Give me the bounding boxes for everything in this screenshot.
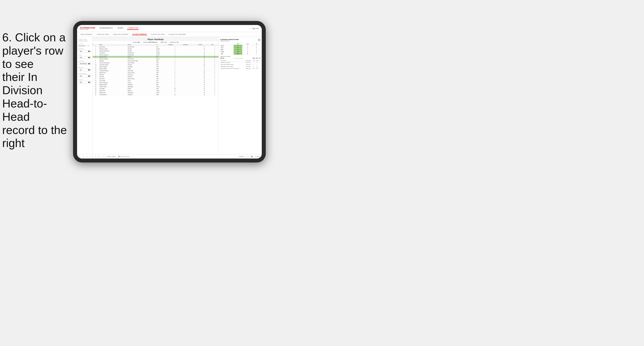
tourn-pos: Win — [253, 67, 256, 69]
table-row[interactable]: 16 Alex Goff Kentucky Fifth 8 19 0 — [92, 76, 218, 78]
opp-stats: Opponents in division: 98.1% W-L-T recor… — [220, 56, 260, 59]
sub-nav-player-h2h-grid[interactable]: PLAYER H2H GRID — [150, 34, 165, 35]
toolbar-extra-1[interactable]: ⬜ — [246, 156, 249, 158]
table-row[interactable]: 25 Cole Sherwood Vanderbilt Third 12 23 … — [92, 94, 218, 96]
cell-num: 20 — [92, 84, 99, 86]
table-row[interactable]: 11 Gordon Sargent Vanderbilt Third 4 21 … — [92, 66, 218, 68]
opp-pct-label: Opponents in division: — [220, 56, 231, 57]
h2h-tie: 1 — [253, 49, 260, 51]
sign-out-link[interactable]: Sign out — [252, 27, 259, 29]
player-select[interactable]: (All) — [78, 81, 91, 84]
cell-school: Arizona State — [127, 62, 156, 64]
division-select[interactable]: NCAA Division I — [78, 62, 91, 65]
separator-1 — [90, 155, 90, 158]
tourn-type: Stroke Play — [246, 65, 252, 67]
table-row[interactable]: 13 Phichaksn Maichon Texas A&M Third 6 3… — [92, 70, 218, 72]
table-row[interactable]: 2 Michael La Sasso Ole Miss Second 1 19 … — [92, 48, 218, 50]
region-select[interactable]: N/A — [78, 69, 91, 71]
table-row[interactable]: 6 Jackson Koivun Auburn First 1 21 2 — [92, 56, 218, 58]
forward-button[interactable]: ↪ — [86, 156, 88, 158]
nav-committee[interactable]: COMMITTEE — [127, 27, 139, 30]
year-select[interactable]: (All) — [78, 56, 91, 59]
cell-school: Vanderbilt — [127, 94, 156, 96]
cell-conf — [182, 48, 198, 50]
h2h-loss: 11 — [242, 53, 253, 55]
cell-player: Christo Lamprecht — [99, 54, 127, 56]
refresh-button[interactable]: ↺ — [102, 156, 104, 158]
share-button[interactable]: ⬡ Share — [254, 156, 260, 158]
table-row[interactable]: 21 Taehoon Song Washington Fourth 6 23 1 — [92, 86, 218, 88]
zoom-fit-button[interactable]: ⊕ — [98, 156, 100, 158]
cell-reg: 1 — [168, 84, 182, 86]
col-player: Player — [99, 44, 127, 46]
h2h-win: 20 — [234, 47, 242, 49]
table-row[interactable]: 15 Jake Hall Tennessee Fifth 1 21 1 — [92, 74, 218, 76]
cell-win: 1 — [211, 50, 218, 52]
zoom-in-button[interactable]: ⊕ — [91, 156, 93, 158]
toolbar-extra-2[interactable]: 🔲 — [250, 156, 253, 158]
table-row[interactable]: 20 Matthew Riedel Vanderbilt Fifth 1 21 … — [92, 84, 218, 86]
h2h-close-button[interactable]: ✕ — [258, 39, 260, 41]
tourn-col-pos: Pos — [253, 60, 256, 61]
sub-nav-team-h2h-grid[interactable]: TEAM H2H GRID — [96, 34, 110, 35]
tournament-row: Mirabel Maui Jim Intercollegiate Stroke … — [220, 65, 260, 67]
col-conf-rank: Conf Rank — [182, 44, 198, 46]
zoom-out-button[interactable]: ⊖ — [94, 156, 97, 158]
record-label: W-L-T record in-division: — [234, 58, 243, 59]
table-row[interactable]: 17 David Ford North Carolina Third 1 21 … — [92, 78, 218, 80]
gender-select[interactable]: Men Women — [78, 50, 91, 53]
cell-conf — [182, 50, 198, 52]
cell-yr: Fifth — [156, 64, 168, 66]
h2h-win: 8 — [234, 45, 242, 47]
cell-reg: 1 — [168, 80, 182, 82]
table-row[interactable]: 19 Tiger Christensen Arizona Third 8 23 … — [92, 82, 218, 84]
nav-teams[interactable]: TEAMS — [117, 27, 124, 30]
tourn-type: Stroke Play — [246, 61, 252, 63]
watch-button[interactable]: 👁 Watch ▼ — [238, 156, 246, 158]
sub-nav-player-summary[interactable]: PLAYER SUMMARY — [132, 33, 147, 35]
table-row[interactable]: 9 Preston Summerhays Arizona State Third… — [92, 62, 218, 64]
table-row[interactable]: 14 Maxwell Ford North Carolina Third 3 2… — [92, 72, 218, 74]
h2h-row: 51-100 46 6 3 — [220, 51, 260, 53]
cell-yr: Third — [156, 78, 168, 80]
conference-select[interactable]: (All) — [78, 75, 91, 77]
cell-rds: 23 — [198, 82, 211, 84]
table-row[interactable]: 7 Nicholas Gabrelcik North Florida Fourt… — [92, 58, 218, 60]
cell-num: 14 — [92, 72, 99, 74]
table-row[interactable]: 4 Luke Claton Florida State Second 1 27 … — [92, 52, 218, 54]
table-row[interactable]: 12 Brendan Valles Auburn Third 1 17 0 — [92, 68, 218, 70]
sub-nav-team-summary[interactable]: TEAM SUMMARY — [80, 34, 93, 35]
conference-label: Conference — [78, 73, 91, 74]
cell-num: 24 — [92, 92, 99, 94]
wlt-record: 674 - 33 - 12 — [253, 57, 260, 59]
table-row[interactable]: 18 Luke Powell UCLA First 1 24 1 — [92, 80, 218, 82]
table-row[interactable]: 10 Jacob Moc-Olesen Arkansas Fifth 1 25 … — [92, 64, 218, 66]
tournament-table: Tournament Event Type Pos Score Amer Ari… — [220, 60, 260, 69]
cell-num: 8 — [92, 60, 99, 62]
undo-button[interactable]: ↩ — [79, 156, 81, 158]
cell-conf — [182, 64, 198, 66]
cell-win: 2 — [211, 54, 218, 56]
cell-rds: 21 — [198, 74, 211, 76]
table-row[interactable]: 24 Bastien Amat New Mexico Fourth 1 27 2 — [92, 92, 218, 94]
table-row[interactable]: 22 Ian Gilligan Florida Third 10 24 1 — [92, 88, 218, 90]
sub-nav-player-h2h-heatmap[interactable]: PLAYER H2H HEATMAP — [168, 34, 186, 35]
redo-button[interactable]: ⟳ — [82, 156, 84, 158]
cell-school: UCLA — [127, 80, 156, 82]
table-row[interactable]: 23 Jack Lundin Missouri Fourth 11 24 0 — [92, 90, 218, 92]
cell-school: Missouri — [127, 90, 156, 92]
view-original-button[interactable]: 🖥 View: Original — [107, 156, 116, 158]
save-custom-view-button[interactable]: 💾 Save Custom View — [118, 156, 130, 158]
cell-yr: Third — [156, 72, 168, 74]
nav-tournaments[interactable]: TOURNAMENTS — [99, 27, 113, 30]
table-row[interactable]: 8 Mats Ege East Tennessee State Fifth 1 … — [92, 60, 218, 62]
cell-yr: First — [156, 46, 168, 48]
cell-reg: 8 — [168, 76, 182, 78]
table-row[interactable]: 3 Michael Thorbjornsen Stanford Fourth 1… — [92, 50, 218, 52]
sub-nav-team-h2h-heatmap[interactable]: TEAM H2H HEATMAP — [112, 34, 129, 35]
table-row[interactable]: 1 Wenyi Ding Arizona State First 1 8 1 — [92, 46, 218, 48]
tourn-type: Match Play — [246, 67, 252, 69]
logo-subtitle: Powered by clippi — [80, 29, 95, 30]
h2h-table: Win Loss Tie Top 10 8 3 2 11-25 20 9 5 2… — [220, 43, 260, 55]
table-row[interactable]: 5 Christo Lamprecht Georgia Tech Fourth … — [92, 54, 218, 56]
